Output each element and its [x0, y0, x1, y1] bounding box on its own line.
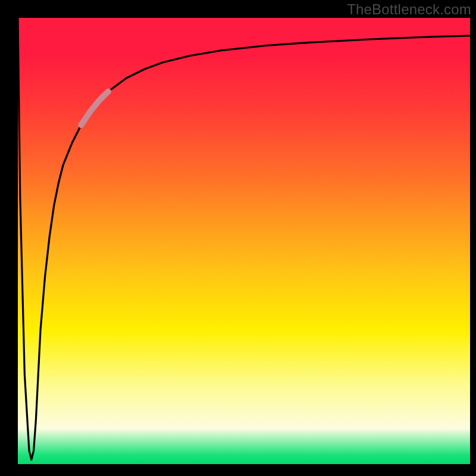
plot-area	[18, 18, 470, 464]
curve-svg	[18, 18, 470, 464]
chart-frame: TheBottleneck.com	[0, 0, 476, 476]
bottleneck-curve	[18, 18, 470, 460]
curve-highlight-segment	[81, 92, 108, 125]
watermark-text: TheBottleneck.com	[347, 1, 471, 18]
